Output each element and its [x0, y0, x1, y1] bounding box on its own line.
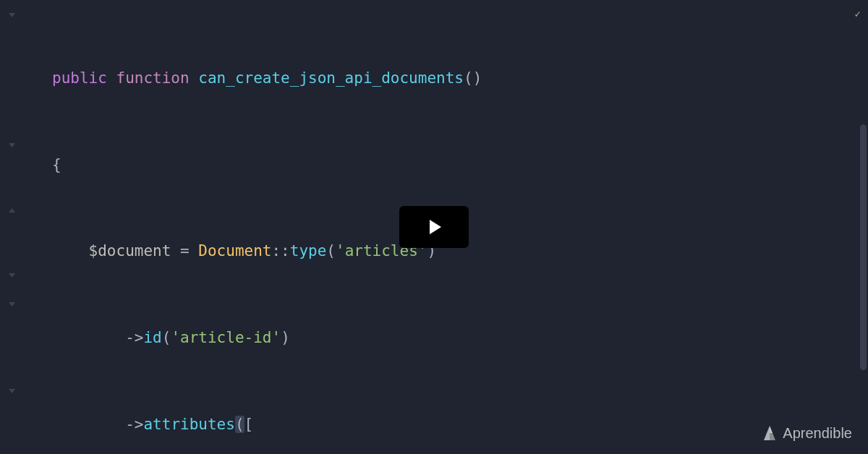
code-line: public function can_create_json_api_docu… [23, 64, 868, 93]
code-line: ->id('article-id') [23, 323, 868, 352]
fold-icon[interactable] [9, 302, 15, 307]
code-line: ->attributes([ [23, 410, 868, 439]
scrollbar-track[interactable] [859, 0, 868, 454]
brand-text-1: Aprend [783, 425, 830, 441]
brand-logo-icon [762, 424, 777, 442]
watermark: Aprendible [762, 419, 852, 447]
play-icon [424, 217, 444, 237]
brand-text-2: ible [830, 425, 852, 441]
fold-icon[interactable] [9, 13, 15, 17]
play-button[interactable] [399, 206, 469, 248]
code-line: { [23, 150, 868, 179]
fold-gutter [0, 0, 20, 454]
scrollbar-thumb[interactable] [860, 124, 867, 370]
fold-icon[interactable] [9, 208, 15, 213]
fold-icon[interactable] [9, 143, 15, 147]
fold-icon[interactable] [9, 273, 15, 278]
fold-icon[interactable] [9, 389, 15, 393]
